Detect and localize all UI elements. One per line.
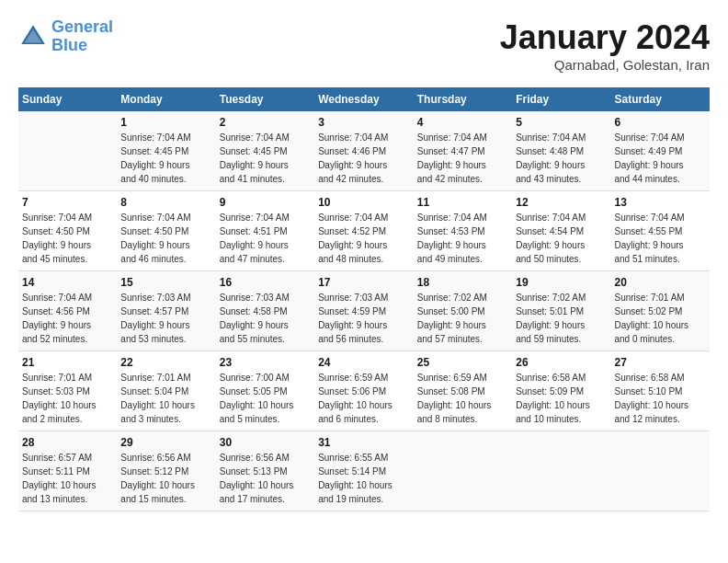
day-number: 15 bbox=[120, 276, 211, 289]
calendar-cell: 31Sunrise: 6:55 AMSunset: 5:14 PMDayligh… bbox=[314, 431, 414, 511]
title-block: January 2024 Qarnabad, Golestan, Iran bbox=[500, 18, 710, 73]
page-header: General Blue January 2024 Qarnabad, Gole… bbox=[18, 18, 710, 73]
day-info: Sunrise: 7:04 AMSunset: 4:49 PMDaylight:… bbox=[615, 131, 707, 186]
calendar-cell: 22Sunrise: 7:01 AMSunset: 5:04 PMDayligh… bbox=[117, 351, 215, 431]
day-number: 9 bbox=[220, 196, 311, 209]
calendar-week-row: 1Sunrise: 7:04 AMSunset: 4:45 PMDaylight… bbox=[18, 111, 710, 191]
calendar-week-row: 7Sunrise: 7:04 AMSunset: 4:50 PMDaylight… bbox=[18, 191, 710, 271]
calendar-week-row: 28Sunrise: 6:57 AMSunset: 5:11 PMDayligh… bbox=[18, 431, 710, 511]
day-info: Sunrise: 6:58 AMSunset: 5:09 PMDaylight:… bbox=[516, 371, 607, 426]
calendar-week-row: 14Sunrise: 7:04 AMSunset: 4:56 PMDayligh… bbox=[18, 271, 710, 351]
day-number: 3 bbox=[318, 116, 410, 129]
day-number: 14 bbox=[22, 276, 113, 289]
day-info: Sunrise: 6:55 AMSunset: 5:14 PMDaylight:… bbox=[318, 451, 410, 506]
calendar-cell: 26Sunrise: 6:58 AMSunset: 5:09 PMDayligh… bbox=[512, 351, 610, 431]
calendar-week-row: 21Sunrise: 7:01 AMSunset: 5:03 PMDayligh… bbox=[18, 351, 710, 431]
day-info: Sunrise: 6:59 AMSunset: 5:08 PMDaylight:… bbox=[417, 371, 508, 426]
logo: General Blue bbox=[18, 18, 113, 55]
day-info: Sunrise: 7:04 AMSunset: 4:48 PMDaylight:… bbox=[516, 131, 607, 186]
day-number: 20 bbox=[615, 276, 707, 289]
logo-line2: Blue bbox=[51, 36, 87, 54]
calendar-cell: 13Sunrise: 7:04 AMSunset: 4:55 PMDayligh… bbox=[611, 191, 711, 271]
day-info: Sunrise: 7:03 AMSunset: 4:58 PMDaylight:… bbox=[220, 291, 311, 346]
day-info: Sunrise: 7:04 AMSunset: 4:51 PMDaylight:… bbox=[220, 211, 311, 266]
day-header-sunday: Sunday bbox=[18, 87, 117, 111]
day-info: Sunrise: 7:04 AMSunset: 4:46 PMDaylight:… bbox=[318, 131, 410, 186]
calendar-cell bbox=[512, 431, 610, 511]
calendar-cell: 14Sunrise: 7:04 AMSunset: 4:56 PMDayligh… bbox=[18, 271, 117, 351]
day-number: 8 bbox=[120, 196, 211, 209]
day-number: 29 bbox=[120, 436, 211, 449]
logo-icon bbox=[18, 22, 48, 52]
day-number: 21 bbox=[22, 356, 113, 369]
calendar-table: SundayMondayTuesdayWednesdayThursdayFrid… bbox=[18, 87, 710, 511]
day-number: 13 bbox=[615, 196, 707, 209]
day-header-friday: Friday bbox=[512, 87, 610, 111]
day-info: Sunrise: 6:56 AMSunset: 5:13 PMDaylight:… bbox=[220, 451, 311, 506]
calendar-cell: 20Sunrise: 7:01 AMSunset: 5:02 PMDayligh… bbox=[611, 271, 711, 351]
day-number: 22 bbox=[120, 356, 211, 369]
day-info: Sunrise: 7:04 AMSunset: 4:52 PMDaylight:… bbox=[318, 211, 410, 266]
calendar-cell: 16Sunrise: 7:03 AMSunset: 4:58 PMDayligh… bbox=[216, 271, 314, 351]
day-number: 12 bbox=[516, 196, 607, 209]
calendar-cell: 6Sunrise: 7:04 AMSunset: 4:49 PMDaylight… bbox=[611, 111, 711, 191]
day-number: 25 bbox=[417, 356, 508, 369]
day-header-wednesday: Wednesday bbox=[314, 87, 414, 111]
day-info: Sunrise: 7:04 AMSunset: 4:54 PMDaylight:… bbox=[516, 211, 607, 266]
calendar-cell: 21Sunrise: 7:01 AMSunset: 5:03 PMDayligh… bbox=[18, 351, 117, 431]
calendar-cell: 27Sunrise: 6:58 AMSunset: 5:10 PMDayligh… bbox=[611, 351, 711, 431]
day-info: Sunrise: 7:04 AMSunset: 4:56 PMDaylight:… bbox=[22, 291, 113, 346]
day-info: Sunrise: 7:04 AMSunset: 4:50 PMDaylight:… bbox=[120, 211, 211, 266]
day-info: Sunrise: 7:04 AMSunset: 4:47 PMDaylight:… bbox=[417, 131, 508, 186]
calendar-cell: 19Sunrise: 7:02 AMSunset: 5:01 PMDayligh… bbox=[512, 271, 610, 351]
calendar-cell: 29Sunrise: 6:56 AMSunset: 5:12 PMDayligh… bbox=[117, 431, 215, 511]
day-number: 27 bbox=[615, 356, 707, 369]
day-info: Sunrise: 7:00 AMSunset: 5:05 PMDaylight:… bbox=[220, 371, 311, 426]
calendar-cell: 28Sunrise: 6:57 AMSunset: 5:11 PMDayligh… bbox=[18, 431, 117, 511]
calendar-cell bbox=[18, 111, 117, 191]
day-number: 4 bbox=[417, 116, 508, 129]
day-info: Sunrise: 7:04 AMSunset: 4:45 PMDaylight:… bbox=[120, 131, 211, 186]
day-info: Sunrise: 6:56 AMSunset: 5:12 PMDaylight:… bbox=[120, 451, 211, 506]
calendar-cell: 24Sunrise: 6:59 AMSunset: 5:06 PMDayligh… bbox=[314, 351, 414, 431]
day-number: 24 bbox=[318, 356, 410, 369]
day-number: 1 bbox=[120, 116, 211, 129]
calendar-cell: 4Sunrise: 7:04 AMSunset: 4:47 PMDaylight… bbox=[414, 111, 512, 191]
day-info: Sunrise: 7:03 AMSunset: 4:57 PMDaylight:… bbox=[120, 291, 211, 346]
calendar-cell: 1Sunrise: 7:04 AMSunset: 4:45 PMDaylight… bbox=[117, 111, 215, 191]
calendar-cell: 23Sunrise: 7:00 AMSunset: 5:05 PMDayligh… bbox=[216, 351, 314, 431]
day-info: Sunrise: 7:02 AMSunset: 5:00 PMDaylight:… bbox=[417, 291, 508, 346]
calendar-cell: 5Sunrise: 7:04 AMSunset: 4:48 PMDaylight… bbox=[512, 111, 610, 191]
day-number: 5 bbox=[516, 116, 607, 129]
day-number: 10 bbox=[318, 196, 410, 209]
day-number: 30 bbox=[220, 436, 311, 449]
calendar-cell: 7Sunrise: 7:04 AMSunset: 4:50 PMDaylight… bbox=[18, 191, 117, 271]
day-number: 7 bbox=[22, 196, 113, 209]
day-header-tuesday: Tuesday bbox=[216, 87, 314, 111]
day-number: 6 bbox=[615, 116, 707, 129]
calendar-cell: 30Sunrise: 6:56 AMSunset: 5:13 PMDayligh… bbox=[216, 431, 314, 511]
day-info: Sunrise: 6:58 AMSunset: 5:10 PMDaylight:… bbox=[615, 371, 707, 426]
day-number: 17 bbox=[318, 276, 410, 289]
logo-line1: General bbox=[51, 17, 113, 36]
day-number: 26 bbox=[516, 356, 607, 369]
day-info: Sunrise: 7:01 AMSunset: 5:03 PMDaylight:… bbox=[22, 371, 113, 426]
calendar-cell: 15Sunrise: 7:03 AMSunset: 4:57 PMDayligh… bbox=[117, 271, 215, 351]
calendar-cell bbox=[414, 431, 512, 511]
calendar-cell: 3Sunrise: 7:04 AMSunset: 4:46 PMDaylight… bbox=[314, 111, 414, 191]
day-info: Sunrise: 7:04 AMSunset: 4:50 PMDaylight:… bbox=[22, 211, 113, 266]
calendar-cell: 18Sunrise: 7:02 AMSunset: 5:00 PMDayligh… bbox=[414, 271, 512, 351]
calendar-cell: 11Sunrise: 7:04 AMSunset: 4:53 PMDayligh… bbox=[414, 191, 512, 271]
day-number: 19 bbox=[516, 276, 607, 289]
calendar-cell: 25Sunrise: 6:59 AMSunset: 5:08 PMDayligh… bbox=[414, 351, 512, 431]
day-number: 31 bbox=[318, 436, 410, 449]
month-title: January 2024 bbox=[500, 18, 710, 57]
calendar-cell: 17Sunrise: 7:03 AMSunset: 4:59 PMDayligh… bbox=[314, 271, 414, 351]
day-header-monday: Monday bbox=[117, 87, 215, 111]
calendar-cell: 12Sunrise: 7:04 AMSunset: 4:54 PMDayligh… bbox=[512, 191, 610, 271]
calendar-cell bbox=[611, 431, 711, 511]
day-number: 11 bbox=[417, 196, 508, 209]
calendar-header-row: SundayMondayTuesdayWednesdayThursdayFrid… bbox=[18, 87, 710, 111]
day-header-thursday: Thursday bbox=[414, 87, 512, 111]
calendar-cell: 8Sunrise: 7:04 AMSunset: 4:50 PMDaylight… bbox=[117, 191, 215, 271]
